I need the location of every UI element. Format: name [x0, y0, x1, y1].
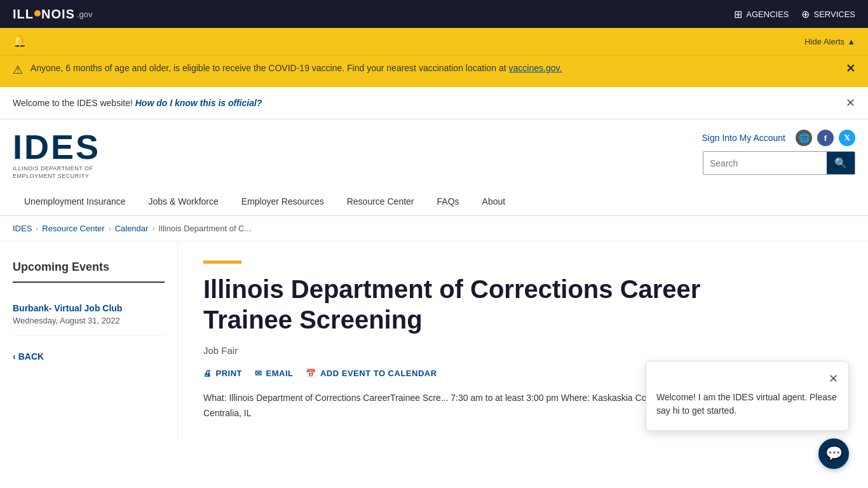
- agencies-button[interactable]: ⊞ AGENCIES: [734, 8, 789, 20]
- header-right: Sign Into My Account 🌐 f 𝕏 🔍: [702, 130, 855, 175]
- illinois-gov-logo: ILL NOIS .gov: [13, 7, 92, 22]
- site-header: IDES ILLINOIS DEPARTMENT OFEMPLOYMENT SE…: [0, 119, 868, 216]
- services-button[interactable]: ⊕ SERVICES: [801, 8, 855, 20]
- breadcrumb-sep-2: ›: [109, 224, 111, 233]
- bell-icon: 🔔: [13, 34, 27, 48]
- nav-faqs[interactable]: FAQs: [426, 187, 471, 215]
- social-icons: 🌐 f 𝕏: [796, 130, 855, 146]
- alert-top-bar: 🔔 Hide Alerts ▲: [0, 28, 868, 55]
- search-input[interactable]: [703, 153, 827, 173]
- nav-unemployment[interactable]: Unemployment Insurance: [13, 187, 137, 215]
- welcome-bar: Welcome to the IDES website! How do I kn…: [0, 87, 868, 119]
- article-title: Illinois Department of Corrections Caree…: [203, 274, 750, 335]
- email-button[interactable]: ✉ EMAIL: [255, 369, 293, 378]
- top-bar-right: ⊞ AGENCIES ⊕ SERVICES: [734, 8, 855, 20]
- nav-about[interactable]: About: [471, 187, 517, 215]
- sidebar-title: Upcoming Events: [13, 261, 165, 283]
- ides-logo: IDES ILLINOIS DEPARTMENT OFEMPLOYMENT SE…: [13, 130, 100, 180]
- sidebar-event-date: Wednesday, August 31, 2022: [13, 316, 165, 325]
- main-nav: Unemployment Insurance Jobs & Workforce …: [13, 187, 855, 215]
- breadcrumb: IDES › Resource Center › Calendar › Illi…: [0, 216, 868, 241]
- breadcrumb-sep-3: ›: [152, 224, 154, 233]
- official-link[interactable]: How do I know this is official?: [135, 98, 262, 108]
- sidebar-back: ‹ BACK: [13, 351, 165, 362]
- sidebar-event-link[interactable]: Burbank- Virtual Job Club: [13, 303, 165, 313]
- breadcrumb-resource-center[interactable]: Resource Center: [42, 224, 104, 233]
- chat-close-button[interactable]: ✕: [829, 372, 838, 386]
- breadcrumb-current: Illinois Department of C...: [158, 224, 251, 233]
- welcome-text: Welcome to the IDES website! How do I kn…: [13, 98, 262, 108]
- search-button[interactable]: 🔍: [827, 152, 855, 174]
- top-bar: ILL NOIS .gov ⊞ AGENCIES ⊕ SERVICES: [0, 0, 868, 28]
- vaccines-link[interactable]: vaccines.gov.: [509, 63, 562, 73]
- twitter-icon[interactable]: 𝕏: [839, 130, 855, 146]
- article-type: Job Fair: [203, 345, 843, 356]
- globe-icon[interactable]: 🌐: [796, 130, 812, 146]
- sidebar: Upcoming Events Burbank- Virtual Job Clu…: [0, 241, 178, 440]
- search-bar: 🔍: [703, 151, 855, 175]
- welcome-close-button[interactable]: ✕: [846, 96, 855, 110]
- alert-message-bar: ⚠ Anyone, 6 months of age and older, is …: [0, 55, 868, 87]
- email-icon: ✉: [255, 369, 262, 378]
- facebook-icon[interactable]: f: [817, 130, 834, 146]
- chat-popup: ✕ Welcome! I am the IDES virtual agent. …: [646, 361, 849, 431]
- breadcrumb-sep-1: ›: [36, 224, 38, 233]
- chat-icon: 💬: [825, 445, 843, 462]
- sidebar-event: Burbank- Virtual Job Club Wednesday, Aug…: [13, 293, 165, 336]
- sign-in-link[interactable]: Sign Into My Account: [702, 133, 785, 143]
- breadcrumb-calendar[interactable]: Calendar: [115, 224, 149, 233]
- print-button[interactable]: 🖨 PRINT: [203, 369, 242, 378]
- breadcrumb-ides[interactable]: IDES: [13, 224, 32, 233]
- nav-employer-resources[interactable]: Employer Resources: [230, 187, 336, 215]
- nav-jobs-workforce[interactable]: Jobs & Workforce: [137, 187, 230, 215]
- chat-popup-text: Welcome! I am the IDES virtual agent. Pl…: [656, 391, 838, 417]
- nav-resource-center[interactable]: Resource Center: [336, 187, 426, 215]
- print-icon: 🖨: [203, 369, 212, 378]
- chat-bubble-button[interactable]: 💬: [818, 438, 849, 469]
- alert-close-button[interactable]: ✕: [846, 62, 855, 76]
- add-calendar-button[interactable]: 📅 ADD EVENT TO CALENDAR: [306, 369, 437, 378]
- calendar-icon: 📅: [306, 369, 316, 378]
- article-accent-bar: [203, 261, 241, 264]
- alert-text: Anyone, 6 months of age and older, is el…: [31, 62, 562, 75]
- back-link[interactable]: ‹ BACK: [13, 351, 165, 362]
- hide-alerts-button[interactable]: Hide Alerts ▲: [804, 37, 855, 46]
- warning-icon: ⚠: [13, 63, 23, 77]
